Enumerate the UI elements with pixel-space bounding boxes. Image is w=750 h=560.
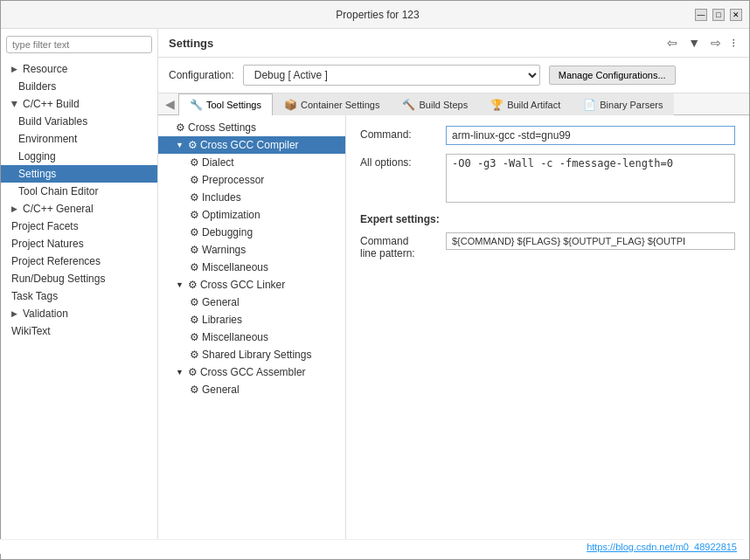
node-icon-cross-gcc-compiler: ⚙ <box>188 139 198 151</box>
main-area: ▶ResourceBuilders▶C/C++ BuildBuild Varia… <box>1 29 749 544</box>
cmd-line-pattern-label: Command line pattern: <box>360 232 439 259</box>
sidebar-label-run-debug-settings: Run/Debug Settings <box>11 273 105 285</box>
tree-node-dialect[interactable]: ⚙ Dialect <box>158 154 345 171</box>
tree-node-cross-gcc-linker[interactable]: ▼⚙ Cross GCC Linker <box>158 276 345 294</box>
tree-node-includes[interactable]: ⚙ Includes <box>158 189 345 206</box>
tab-label-binary-parsers: Binary Parsers <box>600 100 663 110</box>
tab-container-settings[interactable]: 📦Container Settings <box>273 93 392 115</box>
node-icon-shared-library-settings: ⚙ <box>190 349 199 361</box>
sidebar-item-environment[interactable]: Environment <box>1 130 157 148</box>
tree-node-general[interactable]: ⚙ General <box>158 294 345 311</box>
menu-icon[interactable]: ⁝ <box>728 34 739 52</box>
sidebar-item-task-tags[interactable]: Task Tags <box>1 287 157 305</box>
back-icon[interactable]: ⇦ <box>663 34 681 52</box>
command-input[interactable] <box>446 126 735 145</box>
maximize-button[interactable]: □ <box>712 9 725 21</box>
tree-label-miscellaneous2: Miscellaneous <box>202 331 268 343</box>
node-arrow-cross-gcc-compiler: ▼ <box>176 141 184 149</box>
tree-label-debugging: Debugging <box>202 226 253 239</box>
tree-arrow-ccpp-build: ▶ <box>10 101 19 107</box>
tab-prev-button[interactable]: ◀ <box>162 95 178 113</box>
tree-label-shared-library-settings: Shared Library Settings <box>202 349 311 361</box>
tree-label-miscellaneous: Miscellaneous <box>202 261 268 273</box>
sidebar-label-ccpp-build: C/C++ Build <box>23 98 80 110</box>
tab-icon-tool-settings: 🔧 <box>190 99 203 111</box>
minimize-button[interactable]: — <box>695 9 707 21</box>
sidebar-label-project-natures: Project Natures <box>11 238 84 250</box>
config-dropdown[interactable]: Debug [ Active ] <box>243 65 540 86</box>
tree-label-cross-gcc-compiler: Cross GCC Compiler <box>200 139 299 151</box>
sidebar-item-tool-chain-editor[interactable]: Tool Chain Editor <box>1 183 157 200</box>
sidebar-item-validation[interactable]: ▶Validation <box>1 305 157 322</box>
sidebar-item-logging[interactable]: Logging <box>1 148 157 165</box>
sidebar-item-run-debug-settings[interactable]: Run/Debug Settings <box>1 270 157 287</box>
tree-node-miscellaneous2[interactable]: ⚙ Miscellaneous <box>158 328 345 346</box>
tree-node-libraries[interactable]: ⚙ Libraries <box>158 311 345 328</box>
tab-label-build-artifact: Build Artifact <box>507 100 560 110</box>
node-icon-optimization: ⚙ <box>190 209 199 221</box>
tab-icon-build-steps: 🔨 <box>402 99 415 111</box>
tree-node-shared-library-settings[interactable]: ⚙ Shared Library Settings <box>158 346 345 363</box>
sidebar-item-resource[interactable]: ▶Resource <box>1 60 157 78</box>
tree-node-general2[interactable]: ⚙ General <box>158 381 345 398</box>
sidebar-label-logging: Logging <box>18 150 56 162</box>
watermark: https://blog.csdn.net/m0_48922815 <box>0 539 744 554</box>
tree-node-preprocessor[interactable]: ⚙ Preprocessor <box>158 171 345 189</box>
tree-label-preprocessor: Preprocessor <box>202 174 264 186</box>
tree-node-cross-gcc-assembler[interactable]: ▼⚙ Cross GCC Assembler <box>158 363 345 381</box>
close-button[interactable]: ✕ <box>730 9 742 21</box>
sidebar-label-resource: Resource <box>23 63 67 75</box>
node-icon-libraries: ⚙ <box>190 314 199 326</box>
config-bar: Configuration: Debug [ Active ] Manage C… <box>158 58 749 93</box>
tab-tool-settings[interactable]: 🔧Tool Settings <box>178 93 273 115</box>
sidebar-label-task-tags: Task Tags <box>11 290 58 302</box>
all-options-label: All options: <box>360 154 439 169</box>
node-icon-warnings: ⚙ <box>190 244 199 256</box>
sidebar-item-build-variables[interactable]: Build Variables <box>1 113 157 130</box>
tree-label-warnings: Warnings <box>202 244 246 256</box>
tab-build-steps[interactable]: 🔨Build Steps <box>391 93 479 115</box>
dropdown-icon[interactable]: ▼ <box>684 34 704 52</box>
tree-arrow-resource: ▶ <box>11 65 17 73</box>
sidebar-item-wikitext[interactable]: WikiText <box>1 322 157 340</box>
sidebar-label-ccpp-general: C/C++ General <box>23 203 94 215</box>
sidebar-item-project-facets[interactable]: Project Facets <box>1 218 157 235</box>
sidebar-item-settings[interactable]: Settings <box>1 165 157 183</box>
right-panel: Command: All options: Expert settings: C… <box>346 115 749 544</box>
cmd-line-pattern-row: Command line pattern: <box>360 232 735 259</box>
sidebar-item-ccpp-build[interactable]: ▶C/C++ Build <box>1 95 157 113</box>
tree-node-debugging[interactable]: ⚙ Debugging <box>158 224 345 241</box>
node-icon-debugging: ⚙ <box>190 226 199 239</box>
tree-node-miscellaneous[interactable]: ⚙ Miscellaneous <box>158 259 345 276</box>
sidebar: ▶ResourceBuilders▶C/C++ BuildBuild Varia… <box>1 29 158 544</box>
sidebar-label-project-references: Project References <box>11 255 101 267</box>
tree-label-general2: General <box>202 384 240 396</box>
manage-configurations-button[interactable]: Manage Configurations... <box>549 66 676 85</box>
node-icon-cross-gcc-assembler: ⚙ <box>188 366 198 378</box>
content-area: Settings ⇦ ▼ ⇨ ⁝ Configuration: Debug [ … <box>158 29 749 544</box>
sidebar-item-project-natures[interactable]: Project Natures <box>1 235 157 252</box>
sidebar-item-builders[interactable]: Builders <box>1 78 157 95</box>
tree-node-cross-gcc-compiler[interactable]: ▼⚙ Cross GCC Compiler <box>158 136 345 154</box>
forward-icon[interactable]: ⇨ <box>707 34 725 52</box>
cmd-pattern-input[interactable] <box>446 232 735 250</box>
node-icon-miscellaneous: ⚙ <box>190 261 199 273</box>
sidebar-item-project-references[interactable]: Project References <box>1 252 157 270</box>
tree-node-cross-settings[interactable]: ⚙ Cross Settings <box>158 119 345 136</box>
filter-input[interactable] <box>6 36 152 53</box>
main-window: Properties for 123 — □ ✕ ▶ResourceBuilde… <box>0 0 750 560</box>
node-icon-dialect: ⚙ <box>190 156 199 169</box>
tab-build-artifact[interactable]: 🏆Build Artifact <box>479 93 572 115</box>
tree-label-cross-gcc-linker: Cross GCC Linker <box>200 279 285 291</box>
tree-node-warnings[interactable]: ⚙ Warnings <box>158 241 345 259</box>
sidebar-label-wikitext: WikiText <box>11 325 51 337</box>
tab-label-build-steps: Build Steps <box>419 100 468 110</box>
tree-node-optimization[interactable]: ⚙ Optimization <box>158 206 345 224</box>
config-label: Configuration: <box>169 69 234 81</box>
window-controls: — □ ✕ <box>695 9 742 21</box>
sidebar-label-builders: Builders <box>18 80 56 93</box>
command-label: Command: <box>360 126 439 141</box>
tab-binary-parsers[interactable]: 📄Binary Parsers <box>572 93 674 115</box>
sidebar-item-ccpp-general[interactable]: ▶C/C++ General <box>1 200 157 218</box>
node-icon-cross-settings: ⚙ <box>176 121 185 134</box>
